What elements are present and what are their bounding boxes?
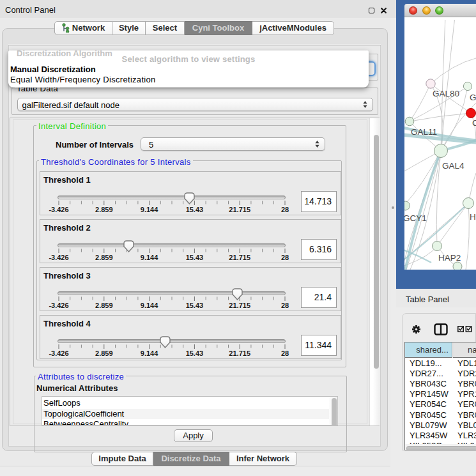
svg-text:28: 28 bbox=[281, 254, 289, 261]
svg-text:15.43: 15.43 bbox=[186, 302, 204, 309]
svg-text:21.715: 21.715 bbox=[229, 302, 250, 309]
svg-text:9.144: 9.144 bbox=[141, 206, 158, 213]
svg-text:GA: GA bbox=[470, 93, 476, 102]
svg-text:H: H bbox=[470, 212, 476, 222]
svg-text:21.715: 21.715 bbox=[229, 206, 250, 213]
svg-text:28: 28 bbox=[281, 302, 289, 309]
svg-text:15.43: 15.43 bbox=[186, 254, 204, 261]
svg-text:15.43: 15.43 bbox=[186, 349, 204, 357]
svg-text:2.859: 2.859 bbox=[95, 302, 113, 309]
svg-text:-3.426: -3.426 bbox=[49, 349, 68, 357]
svg-text:28: 28 bbox=[281, 349, 289, 357]
svg-text:GAL80: GAL80 bbox=[433, 89, 459, 98]
svg-text:2.859: 2.859 bbox=[95, 254, 113, 261]
svg-text:GAL4: GAL4 bbox=[442, 161, 464, 171]
svg-text:21.715: 21.715 bbox=[229, 254, 250, 261]
svg-text:2.859: 2.859 bbox=[95, 206, 113, 213]
svg-text:C: C bbox=[472, 118, 476, 128]
svg-text:-3.426: -3.426 bbox=[49, 302, 68, 309]
svg-text:GCY1: GCY1 bbox=[404, 213, 427, 223]
svg-text:15.43: 15.43 bbox=[186, 206, 204, 213]
svg-text:9.144: 9.144 bbox=[141, 302, 158, 309]
svg-text:HAP2: HAP2 bbox=[438, 253, 461, 263]
svg-text:21.715: 21.715 bbox=[229, 349, 250, 357]
svg-text:28: 28 bbox=[281, 206, 289, 213]
svg-text:GAL11: GAL11 bbox=[411, 127, 437, 137]
svg-text:2.859: 2.859 bbox=[95, 349, 113, 357]
svg-text:-3.426: -3.426 bbox=[49, 206, 68, 213]
svg-text:9.144: 9.144 bbox=[141, 349, 158, 357]
svg-text:-3.426: -3.426 bbox=[49, 254, 68, 261]
svg-text:9.144: 9.144 bbox=[141, 254, 158, 261]
